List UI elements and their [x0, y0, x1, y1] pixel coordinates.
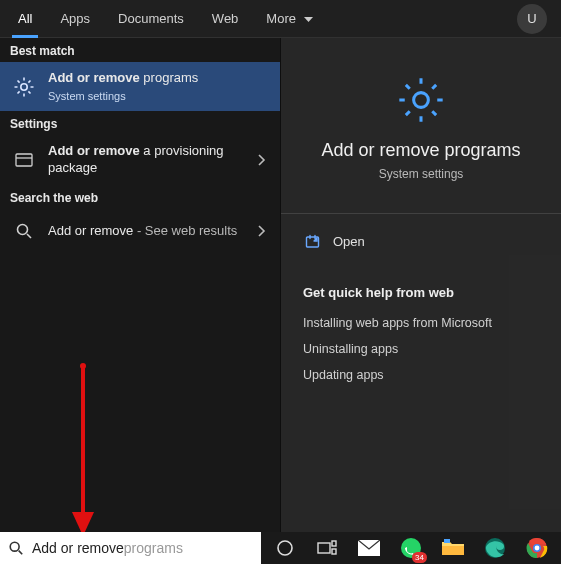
svg-point-8 — [10, 542, 19, 551]
svg-rect-1 — [16, 154, 32, 166]
taskbar: Add or remove programs 34 — [0, 532, 561, 564]
svg-point-3 — [414, 93, 429, 108]
result-title: Add or remove a provisioning package — [48, 143, 248, 177]
taskbar-search[interactable]: Add or remove programs — [0, 532, 261, 564]
result-sub: System settings — [48, 89, 270, 103]
open-icon — [303, 234, 321, 249]
cortana-icon[interactable] — [271, 534, 299, 562]
result-best-match[interactable]: Add or remove programs System settings — [0, 62, 280, 111]
tabs-bar: All Apps Documents Web More U — [0, 0, 561, 38]
task-view-icon[interactable] — [313, 534, 341, 562]
tab-documents[interactable]: Documents — [104, 0, 198, 38]
svg-point-2 — [18, 224, 28, 234]
result-title: Add or remove - See web results — [48, 223, 248, 240]
svg-point-20 — [535, 546, 540, 551]
search-icon — [10, 217, 38, 245]
result-settings-provisioning[interactable]: Add or remove a provisioning package — [0, 135, 280, 185]
svg-rect-16 — [444, 539, 450, 543]
quick-help-header: Get quick help from web — [303, 263, 539, 310]
chevron-right-icon — [258, 154, 270, 166]
action-open[interactable]: Open — [303, 228, 539, 255]
tab-apps[interactable]: Apps — [46, 0, 104, 38]
results-list: Best match Add or remove programs System… — [0, 38, 281, 532]
group-settings: Settings — [0, 111, 280, 135]
quick-link[interactable]: Updating apps — [303, 362, 539, 388]
mail-icon[interactable] — [355, 534, 383, 562]
quick-link[interactable]: Installing web apps from Microsoft — [303, 310, 539, 336]
svg-point-0 — [21, 83, 27, 89]
package-icon — [10, 146, 38, 174]
preview-pane: Add or remove programs System settings O… — [281, 38, 561, 532]
quick-link[interactable]: Uninstalling apps — [303, 336, 539, 362]
preview-sub: System settings — [303, 167, 539, 181]
action-label: Open — [333, 234, 365, 249]
result-title: Add or remove programs — [48, 70, 270, 87]
edge-icon[interactable] — [481, 534, 509, 562]
svg-point-9 — [278, 541, 292, 555]
tab-all[interactable]: All — [4, 0, 46, 38]
tab-more[interactable]: More — [252, 0, 326, 38]
file-explorer-icon[interactable] — [439, 534, 467, 562]
search-panel: All Apps Documents Web More U Best match — [0, 0, 561, 532]
chrome-icon[interactable] — [523, 534, 551, 562]
gear-icon — [303, 74, 539, 126]
chevron-down-icon — [304, 17, 313, 23]
svg-rect-12 — [332, 549, 336, 554]
search-input[interactable]: Add or remove programs — [32, 540, 253, 556]
chevron-right-icon — [258, 225, 270, 237]
tab-web[interactable]: Web — [198, 0, 253, 38]
user-avatar[interactable]: U — [517, 4, 547, 34]
svg-rect-15 — [442, 546, 464, 555]
whatsapp-icon[interactable]: 34 — [397, 534, 425, 562]
search-icon — [8, 540, 24, 556]
svg-rect-11 — [332, 541, 336, 546]
result-web-search[interactable]: Add or remove - See web results — [0, 209, 280, 253]
notification-badge: 34 — [412, 552, 427, 563]
group-best-match: Best match — [0, 38, 280, 62]
group-web: Search the web — [0, 185, 280, 209]
gear-icon — [10, 73, 38, 101]
preview-title: Add or remove programs — [303, 140, 539, 161]
svg-rect-10 — [318, 543, 330, 553]
